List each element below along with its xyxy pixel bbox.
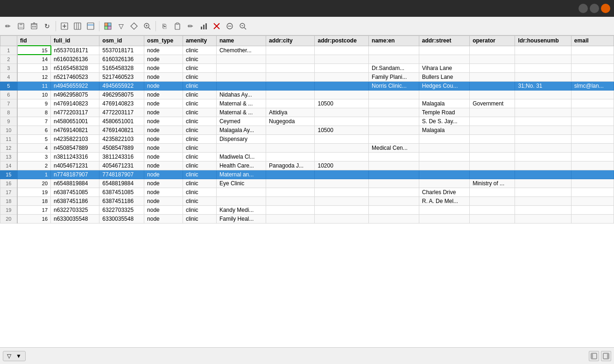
cell-addr_street[interactable]: Charles Drive [419,188,469,196]
zoom-out-icon[interactable] [237,20,249,32]
table-row[interactable]: 115n55370181715537018171nodeclinicChemot… [0,46,614,55]
cell-osm_id[interactable]: 4580651001 [99,117,144,126]
cell-name[interactable]: Chemother... [216,46,266,55]
cell-osm_id[interactable]: 3811243316 [99,152,144,161]
cell-addr_city[interactable] [266,170,315,179]
cell-email[interactable] [571,72,614,81]
cell-addr_city[interactable] [266,143,315,152]
cell-email[interactable] [571,126,614,134]
cell-fid[interactable]: 10 [17,90,51,99]
cell-operator[interactable] [470,72,515,81]
cell-amenity[interactable]: clinic [183,90,216,99]
cell-addr_postcode[interactable] [315,117,369,126]
cell-addr_postcode[interactable] [315,55,369,63]
paste-cell-icon[interactable] [171,20,183,32]
cell-operator[interactable] [470,205,515,214]
cell-osm_type[interactable]: node [144,152,183,161]
cell-osm_id[interactable]: 6548819884 [99,179,144,188]
cell-operator[interactable] [470,90,515,99]
cell-full_id[interactable]: n3811243316 [51,152,99,161]
cell-ldr_housenum[interactable]: 31;No. 31 [515,81,571,90]
cell-operator[interactable] [470,108,515,117]
zoom-map-icon[interactable] [141,20,153,32]
table-row[interactable]: 214n61603261366160326136nodeclinic [0,55,614,63]
show-all-features-button[interactable]: ▽ ▼ [3,351,26,361]
cell-name_en[interactable] [369,152,419,161]
cell-osm_id[interactable]: 5537018171 [99,46,144,55]
cell-full_id[interactable]: n6322703325 [51,205,99,214]
col-header-ldr_housenum[interactable]: ldr:housenumb [515,36,571,46]
cell-addr_street[interactable] [419,205,469,214]
edit-icon[interactable]: ✏ [2,20,14,32]
cell-osm_id[interactable]: 6160326136 [99,55,144,63]
cell-operator[interactable] [470,63,515,72]
cell-addr_street[interactable]: Vihara Lane [419,63,469,72]
cell-fid[interactable]: 15 [17,46,51,55]
cell-name[interactable] [216,72,266,81]
cell-ldr_housenum[interactable] [515,126,571,134]
cell-email[interactable] [571,117,614,126]
cell-fid[interactable]: 2 [17,161,51,170]
cell-amenity[interactable]: clinic [183,179,216,188]
cell-osm_type[interactable]: node [144,126,183,134]
cell-addr_postcode[interactable] [315,196,369,205]
cell-addr_city[interactable] [266,63,315,72]
cell-email[interactable] [571,161,614,170]
cell-name_en[interactable] [369,99,419,108]
cell-name_en[interactable] [369,196,419,205]
cell-full_id[interactable]: n4508547889 [51,143,99,152]
cell-addr_city[interactable] [266,188,315,196]
col-header-addr_city[interactable]: addr:city [266,36,315,46]
cell-addr_postcode[interactable] [315,188,369,196]
cell-ldr_housenum[interactable] [515,99,571,108]
cell-name_en[interactable] [369,188,419,196]
minimize-button[interactable] [579,4,588,13]
cell-full_id[interactable]: n4769140823 [51,99,99,108]
cell-amenity[interactable]: clinic [183,196,216,205]
cell-ldr_housenum[interactable] [515,108,571,117]
cell-amenity[interactable]: clinic [183,117,216,126]
cell-email[interactable] [571,205,614,214]
cell-amenity[interactable]: clinic [183,143,216,152]
cell-amenity[interactable]: clinic [183,99,216,108]
cell-osm_type[interactable]: node [144,55,183,63]
cell-name[interactable]: Maternal & ... [216,108,266,117]
cell-name_en[interactable] [369,46,419,55]
cell-name_en[interactable]: Medical Cen... [369,143,419,152]
cell-addr_city[interactable] [266,55,315,63]
cell-ldr_housenum[interactable] [515,161,571,170]
cell-osm_type[interactable]: node [144,134,183,143]
cell-osm_id[interactable]: 6387451085 [99,188,144,196]
cell-fid[interactable]: 11 [17,81,51,90]
cell-fid[interactable]: 19 [17,188,51,196]
cell-amenity[interactable]: clinic [183,205,216,214]
cell-operator[interactable]: Ministry of ... [470,179,515,188]
cell-addr_postcode[interactable]: 10200 [315,161,369,170]
cell-addr_street[interactable]: Hedges Cou... [419,81,469,90]
cell-operator[interactable] [470,117,515,126]
cell-addr_street[interactable]: Temple Road [419,108,469,117]
cell-osm_type[interactable]: node [144,99,183,108]
cell-operator[interactable] [470,152,515,161]
cell-email[interactable] [571,46,614,55]
cell-name_en[interactable] [369,170,419,179]
cell-addr_postcode[interactable] [315,90,369,99]
cell-addr_street[interactable] [419,179,469,188]
cell-full_id[interactable]: n4962958075 [51,90,99,99]
cell-osm_id[interactable]: 4945655922 [99,81,144,90]
col-header-osm_type[interactable]: osm_type [144,36,183,46]
cell-ldr_housenum[interactable] [515,72,571,81]
stats-icon[interactable] [198,20,210,32]
cell-email[interactable] [571,196,614,205]
cell-name_en[interactable] [369,161,419,170]
cell-fid[interactable]: 7 [17,117,51,126]
cell-addr_postcode[interactable] [315,63,369,72]
cell-fid[interactable]: 14 [17,55,51,63]
cell-addr_postcode[interactable] [315,170,369,179]
cell-full_id[interactable]: n6387451085 [51,188,99,196]
cell-addr_city[interactable] [266,205,315,214]
cell-name_en[interactable] [369,126,419,134]
cell-name[interactable]: Family Heal... [216,214,266,223]
cell-amenity[interactable]: clinic [183,108,216,117]
cell-osm_id[interactable]: 4235822103 [99,134,144,143]
